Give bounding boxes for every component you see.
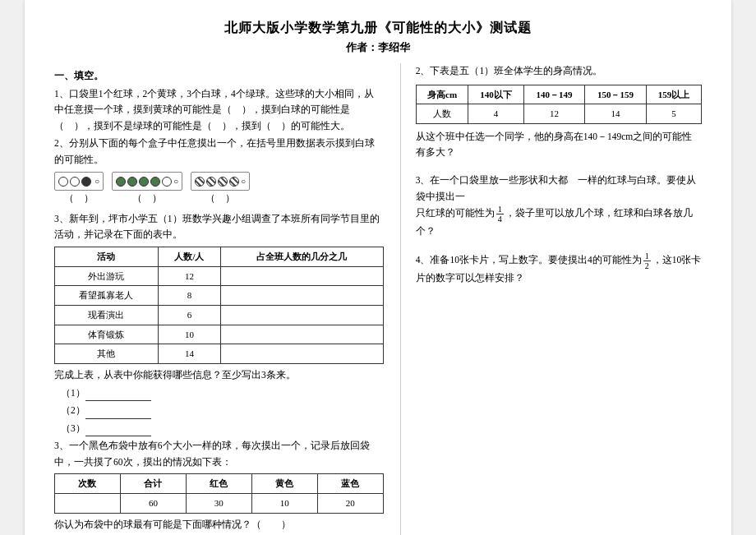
ball-group-1-wrap: ○ （ ） (54, 172, 104, 207)
ht-r1c5: 5 (646, 104, 701, 124)
ball-group-1-label: （ ） (64, 191, 94, 207)
ball-white-g1 (162, 177, 172, 187)
right-q3-text: 4、准备10张卡片，写上数字。要使摸出4的可能性为12，这10张卡片的数字可以怎… (416, 251, 702, 287)
ball-group-1: ○ (54, 172, 104, 191)
t1r4c1: 体育锻炼 (55, 325, 159, 344)
right-table1-wrap: 身高cm 140以下 140－149 150－159 159以上 人数 4 12… (416, 85, 702, 124)
table-row: 体育锻炼 10 (55, 325, 384, 344)
ball-group-2-extra: ○ (173, 174, 178, 188)
t1r5c3 (221, 344, 383, 364)
ht-h1: 身高cm (416, 85, 468, 104)
ball-green-3 (139, 177, 149, 187)
ball-white-1 (58, 177, 68, 187)
table-row: 60 30 10 20 (55, 494, 384, 514)
q3-sub-text: 3、一个黑色布袋中放有6个大小一样的球，每次摸出一个，记录后放回袋中，一共摸了6… (54, 438, 384, 470)
content-area: 一、填空。 1、口袋里1个红球，2个黄球，3个白球，4个绿球。这些球的大小相同，… (54, 63, 702, 535)
q3-intro: 3、新年到，坪市小学五（1）班数学兴趣小组调查了本班所有同学节目里的活动，并记录… (54, 211, 384, 243)
page: 北师大版小学数学第九册《可能性的大小》测试题 作者：李绍华 一、填空。 1、口袋… (25, 0, 731, 535)
ht-h3: 140－149 (523, 85, 585, 104)
ht-h2: 140以下 (468, 85, 523, 104)
ball-green-4 (150, 177, 160, 187)
section1-title: 一、填空。 (54, 68, 384, 85)
left-column: 一、填空。 1、口袋里1个红球，2个黄球，3个白球，4个绿球。这些球的大小相同，… (54, 63, 384, 535)
table-row: 人数 4 12 14 5 (416, 104, 701, 124)
q2-text: 2、分别从下面的每个盒子中任意摸出一个，在括号里用数据表示摸到白球的可能性。 (54, 136, 384, 168)
item3: （3） (61, 421, 384, 437)
t1r3c3 (221, 305, 383, 325)
t2r1c4: 10 (251, 494, 317, 514)
t1r1c2: 12 (158, 266, 221, 286)
ball-group-3-extra: ○ (241, 174, 246, 188)
ball-green-2 (127, 177, 137, 187)
right-q1-text: 2、下表是五（1）班全体学生的身高情况。 (416, 63, 702, 80)
ball-striped-4 (229, 177, 239, 187)
t2r1c1 (55, 494, 121, 514)
table2-h2: 合计 (120, 474, 186, 494)
table-row: 外出游玩 12 (55, 266, 384, 286)
t2r1c2: 60 (120, 494, 186, 514)
right-q2: 3、在一个口袋里放一些形状和大都 一样的红球与白球。要使从袋中摸出一只红球的可能… (416, 173, 702, 240)
right-q1: 2、下表是五（1）班全体学生的身高情况。 身高cm 140以下 140－149 … (416, 63, 702, 161)
ball-striped-1 (195, 177, 205, 187)
ht-r1c1: 人数 (416, 104, 468, 124)
ball-striped-2 (206, 177, 216, 187)
ball-group-2-wrap: ○ （ ） (112, 172, 182, 207)
right-q3: 4、准备10张卡片，写上数字。要使摸出4的可能性为12，这10张卡片的数字可以怎… (416, 251, 702, 287)
ball-dark-1 (81, 177, 91, 187)
ht-h5: 159以上 (646, 85, 701, 104)
ball-groups: ○ （ ） ○ （ ） (54, 172, 384, 207)
ball-white-2 (70, 177, 80, 187)
table2-h5: 蓝色 (317, 474, 383, 494)
ball-green-1 (116, 177, 126, 187)
ht-r1c2: 4 (468, 104, 523, 124)
ball-group-2: ○ (112, 172, 182, 191)
table-row: 现看演出 6 (55, 305, 384, 325)
ball-striped-3 (218, 177, 228, 187)
ball-group-2-label: （ ） (132, 191, 162, 207)
table-row: 其他 14 (55, 344, 384, 364)
table1-header-activity: 活动 (55, 247, 159, 266)
page-subtitle: 作者：李绍华 (54, 40, 702, 55)
answer-line-1 (85, 400, 151, 401)
t1r2c3 (221, 286, 383, 306)
item1: （1） (61, 385, 384, 402)
right-q1-ask: 从这个班中任选一个同学，他的身高在140－149cm之间的可能性有多大？ (416, 129, 702, 161)
t2r1c3: 30 (186, 494, 251, 514)
t1r3c2: 6 (158, 305, 221, 325)
t1r5c2: 14 (158, 344, 221, 364)
ht-h4: 150－159 (585, 85, 647, 104)
fraction-1-2: 12 (643, 251, 651, 270)
ball-group-3-wrap: ○ （ ） (191, 172, 250, 207)
right-column: 2、下表是五（1）班全体学生的身高情况。 身高cm 140以下 140－149 … (400, 63, 702, 535)
height-table: 身高cm 140以下 140－149 150－159 159以上 人数 4 12… (416, 85, 702, 124)
t1r1c1: 外出游玩 (55, 266, 159, 286)
table1: 活动 人数/人 占全班人数的几分之几 外出游玩 12 看望孤寡老人 8 现看演出… (54, 247, 384, 364)
t1r4c2: 10 (158, 325, 221, 344)
table1-header-count: 人数/人 (158, 247, 221, 266)
table1-header-fraction: 占全班人数的几分之几 (221, 247, 383, 266)
ht-r1c4: 14 (585, 104, 647, 124)
ball-group-1-extra: ○ (94, 174, 99, 188)
item2: （2） (61, 403, 384, 419)
t2r1c5: 20 (317, 494, 383, 514)
table2-h3: 红色 (186, 474, 251, 494)
table2: 次数 合计 红色 黄色 蓝色 60 30 10 20 (54, 473, 384, 513)
t1r3c1: 现看演出 (55, 305, 159, 325)
t1r4c3 (221, 325, 383, 344)
table-row: 看望孤寡老人 8 (55, 286, 384, 306)
ball-group-3-label: （ ） (205, 191, 235, 207)
q3-ask-text: 你认为布袋中的球最有可能是下面哪种情况？（ ） (54, 517, 384, 533)
t1r1c3 (221, 266, 383, 286)
ht-r1c3: 12 (523, 104, 585, 124)
answer-line-3 (85, 436, 151, 436)
q3-complete-text: 完成上表，从表中你能获得哪些信息？至少写出3条来。 (54, 367, 384, 384)
table2-h1: 次数 (55, 474, 121, 494)
table2-h4: 黄色 (251, 474, 317, 494)
answer-line-2 (85, 418, 151, 419)
t1r5c1: 其他 (55, 344, 159, 364)
t1r2c2: 8 (158, 286, 221, 306)
t1r2c1: 看望孤寡老人 (55, 286, 159, 306)
ball-group-3: ○ (191, 172, 250, 191)
q1-text: 1、口袋里1个红球，2个黄球，3个白球，4个绿球。这些球的大小相同，从中任意摸一… (54, 86, 384, 135)
page-title: 北师大版小学数学第九册《可能性的大小》测试题 (54, 20, 702, 37)
